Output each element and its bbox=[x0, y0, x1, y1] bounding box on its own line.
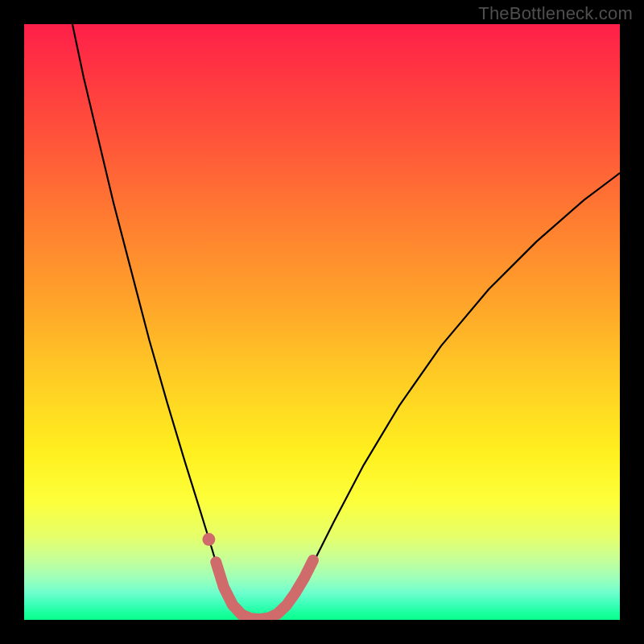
black-curve-right bbox=[257, 173, 620, 620]
pink-highlight-band bbox=[216, 560, 313, 619]
plot-area bbox=[24, 24, 620, 620]
curve-overlay bbox=[24, 24, 620, 620]
black-curve-left bbox=[72, 24, 257, 620]
watermark-text: TheBottleneck.com bbox=[478, 3, 633, 24]
chart-frame: TheBottleneck.com bbox=[0, 0, 644, 644]
pink-marker-dot bbox=[202, 533, 215, 546]
